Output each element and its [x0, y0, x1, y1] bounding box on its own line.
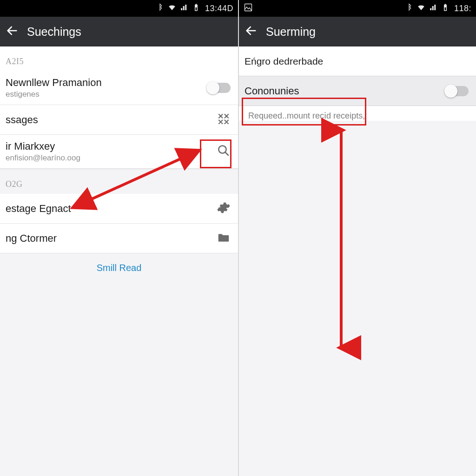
search-icon[interactable]: [217, 144, 231, 159]
action-bar: Suerming: [239, 17, 476, 46]
item-title: Newnllew Pramanion: [6, 77, 206, 89]
toggle-switch[interactable]: [444, 86, 469, 96]
back-button[interactable]: [6, 24, 19, 39]
item-title: Cononunies: [245, 85, 444, 97]
footer-link[interactable]: Smill Read: [0, 253, 238, 283]
screenshot-right: 118: Suerming Eńgro dedrerbade Cononunie…: [238, 0, 476, 476]
status-clock: 13:44D: [205, 4, 233, 13]
list-item[interactable]: estage Egnact: [0, 194, 238, 224]
bluetooth-icon: [156, 3, 164, 14]
cell-signal-icon: [180, 3, 188, 14]
list-item[interactable]: ir Miarkxey enfision@learíno.oog: [0, 135, 238, 169]
status-bar: 13:44D: [0, 0, 238, 17]
list-item[interactable]: ssages: [0, 105, 238, 135]
bluetooth-icon: [405, 3, 413, 14]
list-item[interactable]: Newnllew Pramanion estigenes: [0, 71, 238, 105]
annotation-arrow: [327, 125, 355, 357]
gear-icon[interactable]: [217, 201, 231, 217]
list-item[interactable]: ng Ctormer: [0, 224, 238, 253]
expand-icon[interactable]: [217, 112, 231, 128]
status-icons: [405, 3, 450, 14]
screenshot-left: 13:44D Suechings A2I5 Newnllew Pramanion…: [0, 0, 238, 476]
item-description: Requeed..mount reci̇d receipts,: [239, 106, 476, 121]
item-title: ir Miarkxey: [6, 140, 217, 152]
wifi-icon: [168, 3, 176, 14]
svg-rect-2: [245, 4, 252, 11]
section-header-row: Eńgro dedrerbade: [239, 46, 476, 76]
wifi-icon: [417, 3, 425, 14]
status-clock: 118:: [454, 4, 471, 13]
battery-icon: [441, 3, 450, 14]
settings-list: Eńgro dedrerbade Cononunies Requeed..mou…: [239, 46, 476, 121]
folder-icon[interactable]: [217, 231, 231, 246]
page-title: Suechings: [27, 25, 81, 39]
status-icons: [156, 3, 200, 14]
section-header: A2I5: [0, 46, 238, 71]
status-bar: 118:: [239, 0, 476, 17]
item-subtitle: estigenes: [6, 90, 206, 99]
back-button[interactable]: [245, 24, 258, 39]
item-title: ng Ctormer: [6, 232, 217, 245]
picture-icon: [244, 3, 253, 14]
list-item[interactable]: Cononunies: [239, 76, 476, 106]
battery-icon: [192, 3, 200, 14]
item-title: estage Egnact: [6, 203, 217, 215]
item-subtitle: enfision@learíno.oog: [6, 153, 217, 163]
action-bar: Suechings: [0, 17, 238, 46]
cell-signal-icon: [429, 3, 437, 14]
section-header: O2G: [0, 169, 238, 194]
section-title: Eńgro dedrerbade: [245, 56, 469, 67]
page-title: Suerming: [266, 25, 316, 39]
settings-list: A2I5 Newnllew Pramanion estigenes ssages…: [0, 46, 238, 253]
item-title: ssages: [6, 114, 217, 126]
toggle-switch[interactable]: [206, 83, 231, 93]
